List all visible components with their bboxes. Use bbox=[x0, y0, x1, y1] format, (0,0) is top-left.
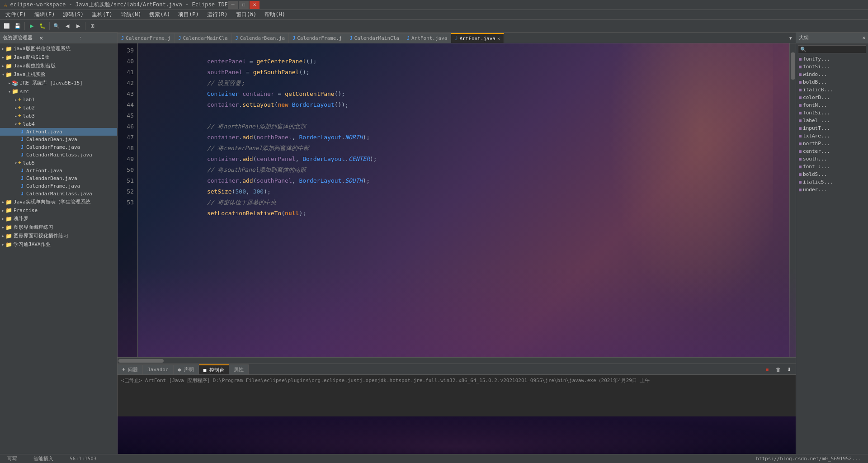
tab-calendarbean[interactable]: J CalendarBean.ja bbox=[232, 33, 289, 43]
tab-artfont1[interactable]: J ArtFont.java bbox=[403, 33, 452, 43]
tab-calendarmain1[interactable]: J CalendarMainCla bbox=[175, 33, 231, 43]
tab-problems[interactable]: ♦ 问题 bbox=[118, 364, 143, 374]
tab-list-button[interactable]: ▾ bbox=[786, 33, 796, 43]
outline-font[interactable]: ■ font :... bbox=[796, 163, 868, 170]
panel-minimize-icon[interactable]: × bbox=[39, 34, 76, 42]
tree-item-lab5[interactable]: ▾ + lab5 bbox=[0, 159, 117, 167]
menu-project[interactable]: 项目(P) bbox=[175, 10, 203, 19]
outline-inputT[interactable]: ■ inputT... bbox=[796, 124, 868, 132]
tree-item-lab3[interactable]: ▸ + lab3 bbox=[0, 112, 117, 120]
menu-source[interactable]: 源码(S) bbox=[59, 10, 87, 19]
outline-center[interactable]: ■ center... bbox=[796, 147, 868, 155]
outline-fontTy[interactable]: ■ fontTy... bbox=[796, 55, 868, 63]
panel-menu-icon[interactable]: ⋮ bbox=[78, 35, 114, 41]
tab-calendarframe2[interactable]: J CalendarFrame.j bbox=[289, 33, 346, 43]
search-button[interactable]: 🔍 bbox=[52, 21, 61, 31]
tree-item-javalab[interactable]: ▾ 📁 Java上机实验 bbox=[0, 70, 117, 79]
console-clear-button[interactable]: 🗑 bbox=[773, 364, 783, 374]
tab-calendarframe1[interactable]: J CalendarFrame.j bbox=[118, 33, 175, 43]
menu-help[interactable]: 帮助(H) bbox=[261, 10, 289, 19]
tree-item-calendarframe4[interactable]: J CalendarFrame.java bbox=[0, 143, 117, 151]
tree-item-calendarmain5[interactable]: J CalendarMainClass.java bbox=[0, 190, 117, 198]
save-button[interactable]: 💾 bbox=[13, 21, 23, 31]
outline-south[interactable]: ■ south... bbox=[796, 155, 868, 163]
perspective-button[interactable]: ⊞ bbox=[87, 21, 97, 31]
bottom-tab-bar: ♦ 问题 Javadoc ● 声明 ■ 控制台 属性 ■ 🗑 ⬇ bbox=[118, 364, 796, 375]
tree-item-magic[interactable]: ▸ 📁 魂斗罗 bbox=[0, 214, 117, 223]
tree-item-graphics1[interactable]: ▸ 📁 图形界面编程练习 bbox=[0, 223, 117, 232]
tree-item-src[interactable]: ▾ 📁 src bbox=[0, 87, 117, 95]
editor-horizontal-scroll[interactable] bbox=[118, 357, 796, 364]
outline-fontSi2[interactable]: ■ fontSi... bbox=[796, 109, 868, 117]
tab-calendarmain2[interactable]: J CalendarMainCla bbox=[346, 33, 403, 43]
status-url[interactable]: https://blog.csdn.net/m0_5691952... bbox=[752, 456, 864, 462]
menu-file[interactable]: 文件(F) bbox=[2, 10, 30, 19]
outline-label[interactable]: ■ label ... bbox=[796, 117, 868, 124]
outline-italicS[interactable]: ■ italicS... bbox=[796, 178, 868, 186]
tree-item-artfont4[interactable]: J ArtFont.java bbox=[0, 128, 117, 136]
maximize-button[interactable]: □ bbox=[239, 1, 249, 9]
outline-northP[interactable]: ■ northP... bbox=[796, 140, 868, 147]
status-writable[interactable]: 可写 bbox=[4, 455, 21, 462]
code-editor[interactable]: centerPanel = getCenterPanel(); southPan… bbox=[138, 43, 789, 357]
tree-item-jre[interactable]: ▸ 📚 JRE 系统库 [JavaSE-15] bbox=[0, 79, 117, 87]
outline-fontN[interactable]: ■ fontN... bbox=[796, 101, 868, 109]
tree-item-calendarbean5[interactable]: J CalendarBean.java bbox=[0, 175, 117, 182]
outline-under[interactable]: ■ under... bbox=[796, 186, 868, 194]
back-button[interactable]: ◀ bbox=[62, 21, 72, 31]
tree-item-linkedlist[interactable]: ▸ 📁 Java实现单向链表（学生管理系统 bbox=[0, 198, 117, 206]
tab-label-artfont2: ArtFont.java bbox=[459, 36, 495, 42]
outline-windo[interactable]: ■ windo... bbox=[796, 71, 868, 78]
line-num-48: 48 bbox=[118, 143, 134, 154]
console-scroll-button[interactable]: ⬇ bbox=[784, 364, 794, 374]
forward-button[interactable]: ▶ bbox=[73, 21, 83, 31]
outline-txtAre[interactable]: ■ txtAre... bbox=[796, 132, 868, 140]
tree-item-graphics2[interactable]: ▸ 📁 图形界面可视化插件练习 bbox=[0, 232, 117, 240]
menu-edit[interactable]: 编辑(E) bbox=[31, 10, 59, 19]
outline-boldB[interactable]: ■ boldB... bbox=[796, 78, 868, 86]
menu-search[interactable]: 搜索(A) bbox=[146, 10, 174, 19]
status-position[interactable]: 56:1:1503 bbox=[66, 456, 100, 462]
tree-item-crawler2[interactable]: ▸ 📁 Java爬虫控制台版 bbox=[0, 61, 117, 70]
editor-main[interactable]: 39 40 41 42 43 44 45 46 47 48 49 50 51 5… bbox=[118, 43, 796, 357]
tree-item-crawler1[interactable]: ▸ 📁 Java爬虫GUI版 bbox=[0, 53, 117, 61]
console-content: <已终止> ArtFont [Java 应用程序] D:\Program Fil… bbox=[118, 375, 796, 416]
tab-close-icon[interactable]: × bbox=[497, 36, 500, 41]
tree-item-practise[interactable]: ▸ 📁 Practise bbox=[0, 206, 117, 214]
minimize-button[interactable]: ─ bbox=[228, 1, 238, 9]
tree-item-java-homework[interactable]: ▸ 📁 学习通JAVA作业 bbox=[0, 240, 117, 249]
menu-refactor[interactable]: 重构(T) bbox=[88, 10, 116, 19]
tab-artfont2[interactable]: J ArtFont.java × bbox=[451, 33, 504, 43]
outline-search-input[interactable] bbox=[798, 45, 866, 53]
tab-properties[interactable]: 属性 bbox=[229, 364, 249, 374]
close-button[interactable]: ✕ bbox=[250, 1, 259, 9]
outline-italicB[interactable]: ■ italicB... bbox=[796, 86, 868, 94]
debug-button[interactable]: 🐛 bbox=[38, 21, 47, 31]
tree-item-library1[interactable]: ▸ 📁 java版图书信息管理系统 bbox=[0, 44, 117, 53]
outline-colorB[interactable]: ■ colorB... bbox=[796, 94, 868, 101]
tab-console[interactable]: ■ 控制台 bbox=[199, 364, 229, 374]
tab-declaration[interactable]: ● 声明 bbox=[174, 364, 199, 374]
tree-item-calendarmain4[interactable]: J CalendarMainClass.java bbox=[0, 151, 117, 159]
tree-item-calendarframe5[interactable]: J CalendarFrame.java bbox=[0, 182, 117, 190]
console-stop-button[interactable]: ■ bbox=[762, 364, 772, 374]
menu-run[interactable]: 运行(R) bbox=[203, 10, 231, 19]
pkg-icon-lab3: + bbox=[18, 113, 21, 119]
run-button[interactable]: ▶ bbox=[27, 21, 37, 31]
tree-item-calendarbean4[interactable]: J CalendarBean.java bbox=[0, 136, 117, 143]
tree-item-artfont5[interactable]: J ArtFont.java bbox=[0, 167, 117, 175]
status-insert-mode[interactable]: 智能插入 bbox=[30, 455, 57, 462]
outline-fontSi[interactable]: ■ fontSi... bbox=[796, 63, 868, 71]
outline-close-icon[interactable]: × bbox=[862, 35, 865, 41]
tree-item-lab1[interactable]: ▸ + lab1 bbox=[0, 95, 117, 104]
menu-navigate[interactable]: 导航(N) bbox=[117, 10, 145, 19]
menu-window[interactable]: 窗口(W) bbox=[232, 10, 260, 19]
tree-item-lab2[interactable]: ▸ + lab2 bbox=[0, 104, 117, 112]
scroll-thumb-horizontal[interactable] bbox=[118, 359, 164, 363]
tab-javadoc[interactable]: Javadoc bbox=[143, 364, 173, 374]
tree-item-lab4[interactable]: ▾ + lab4 bbox=[0, 120, 117, 128]
new-button[interactable]: ⬜ bbox=[2, 21, 12, 31]
outline-boldS[interactable]: ■ boldS... bbox=[796, 170, 868, 178]
scroll-thumb-vertical[interactable] bbox=[791, 52, 795, 80]
package-tree[interactable]: ▸ 📁 java版图书信息管理系统 ▸ 📁 Java爬虫GUI版 ▸ 📁 Jav… bbox=[0, 43, 117, 454]
